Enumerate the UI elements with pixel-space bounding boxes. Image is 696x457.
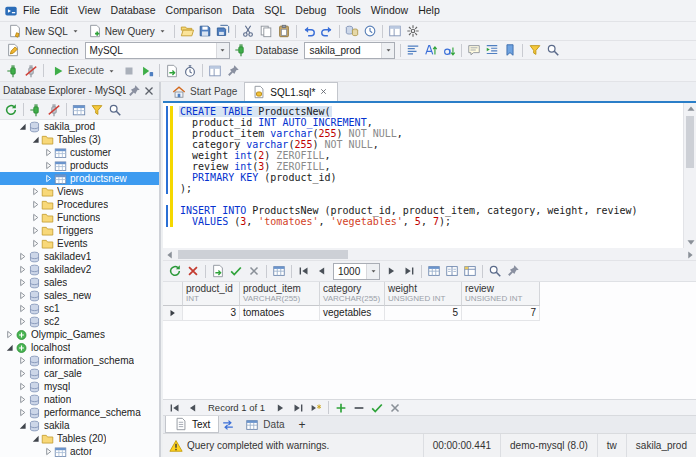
filter-button[interactable]	[526, 42, 544, 59]
collapsed-arrow-icon[interactable]	[17, 395, 27, 405]
expanded-arrow-icon[interactable]	[17, 421, 27, 431]
nav-last-button[interactable]	[400, 263, 418, 280]
tree-item-sakiladev2[interactable]: sakiladev2	[0, 263, 159, 276]
collapsed-arrow-icon[interactable]	[17, 304, 27, 314]
menu-view[interactable]: View	[73, 0, 106, 21]
tree-item-triggers[interactable]: Triggers	[0, 224, 159, 237]
scroll-right-button[interactable]	[683, 248, 696, 261]
menu-edit[interactable]: Edit	[45, 0, 73, 21]
vertical-scrollbar-thumb[interactable]	[686, 116, 694, 168]
tree-item-information-schema[interactable]: information_schema	[0, 354, 159, 367]
tree-item-olympic-games[interactable]: Olympic_Games	[0, 328, 159, 341]
text-view-tab[interactable]: Text	[165, 416, 219, 433]
execute-button[interactable]: Execute	[47, 62, 120, 79]
window-layout-button[interactable]	[386, 23, 404, 40]
undo-button[interactable]	[300, 23, 318, 40]
tree-item-productsnew[interactable]: productsnew	[0, 172, 159, 185]
collapsed-arrow-icon[interactable]	[30, 213, 40, 223]
debug-button[interactable]	[138, 62, 156, 79]
scroll-left-button[interactable]	[163, 248, 176, 261]
pin-button[interactable]	[224, 62, 242, 79]
tab-close-icon[interactable]	[319, 87, 330, 98]
editor-line[interactable]: VALUES (3, 'tomatoes', 'vegetables', 5, …	[163, 216, 682, 227]
expanded-arrow-icon[interactable]	[30, 135, 40, 145]
edit-doc-button[interactable]	[4, 42, 22, 59]
paste-button[interactable]	[275, 23, 293, 40]
grid-row[interactable]: 3tomatoesvegetables57	[163, 306, 696, 321]
page-size-combobox[interactable]: 1000	[333, 263, 380, 280]
minus-button[interactable]	[350, 401, 368, 415]
connect-button[interactable]	[232, 42, 250, 59]
collapsed-arrow-icon[interactable]	[30, 200, 40, 210]
tree-item-sakiladev1[interactable]: sakiladev1	[0, 250, 159, 263]
collapsed-arrow-icon[interactable]	[30, 226, 40, 236]
menu-sql[interactable]: SQL	[259, 0, 290, 21]
cancel-button[interactable]	[386, 401, 404, 415]
search-button[interactable]	[106, 101, 124, 118]
collapsed-arrow-icon[interactable]	[30, 187, 40, 197]
grid-blue-button[interactable]	[270, 263, 288, 280]
collapsed-arrow-icon[interactable]	[17, 382, 27, 392]
grid-cell[interactable]: 5	[385, 306, 462, 321]
collapsed-arrow-icon[interactable]	[17, 369, 27, 379]
menu-file[interactable]: File	[18, 0, 45, 21]
collapsed-arrow-icon[interactable]	[17, 356, 27, 366]
collapsed-arrow-icon[interactable]	[43, 161, 53, 171]
nav-first-button[interactable]	[166, 401, 184, 415]
data-view-tab[interactable]: Data	[237, 416, 292, 433]
search-button[interactable]	[544, 42, 562, 59]
column-header-weight[interactable]: weightUNSIGNED INT	[385, 282, 462, 306]
scroll-down-button[interactable]	[684, 236, 696, 248]
tree-item-nation[interactable]: nation	[0, 393, 159, 406]
database-combo-caret[interactable]	[381, 43, 394, 58]
menu-help[interactable]: Help	[413, 0, 445, 21]
format-sql-button[interactable]	[404, 42, 422, 59]
menu-tools[interactable]: Tools	[331, 0, 366, 21]
grid-cell[interactable]: 3	[183, 306, 240, 321]
grid-cell[interactable]: tomatoes	[240, 306, 320, 321]
horizontal-scrollbar-thumb[interactable]	[178, 250, 348, 259]
tree-item-mysql[interactable]: mysql	[0, 380, 159, 393]
grid-cell[interactable]: vegetables	[320, 306, 385, 321]
pin-button[interactable]	[504, 263, 522, 280]
grid-blue-button[interactable]	[425, 263, 443, 280]
editor-line[interactable]: CREATE TABLE ProductsNew(	[163, 106, 682, 117]
menu-data[interactable]: Data	[227, 0, 259, 21]
tree-item-actor[interactable]: actor	[0, 445, 159, 457]
tree-item-sc1[interactable]: sc1	[0, 302, 159, 315]
tree-item-sales[interactable]: sales	[0, 276, 159, 289]
export-button[interactable]	[163, 62, 181, 79]
collapsed-arrow-icon[interactable]	[43, 148, 53, 158]
swap-views-button[interactable]	[219, 416, 237, 433]
connect-button[interactable]	[4, 62, 22, 79]
tree-item-events[interactable]: Events	[0, 237, 159, 250]
open-file-button[interactable]	[178, 23, 196, 40]
new-sql-button[interactable]: New SQL	[4, 23, 84, 40]
delete-button[interactable]	[184, 263, 202, 280]
expanded-arrow-icon[interactable]	[30, 434, 40, 444]
refresh-button[interactable]	[166, 263, 184, 280]
collapsed-arrow-icon[interactable]	[4, 330, 14, 340]
disconnect-button[interactable]	[22, 62, 40, 79]
stop-button[interactable]	[120, 62, 138, 79]
column-header-category[interactable]: categoryVARCHAR(255)	[320, 282, 385, 306]
nav-next-button[interactable]	[271, 401, 289, 415]
view-card-button[interactable]	[443, 263, 461, 280]
tree-item-sakila[interactable]: sakila	[0, 419, 159, 432]
query-history-button[interactable]	[361, 23, 379, 40]
editor-line[interactable]: product_item varchar(255) NOT NULL,	[163, 128, 682, 139]
editor-line[interactable]: PRIMARY KEY (product_id)	[163, 172, 682, 183]
commit-check-button[interactable]	[368, 401, 386, 415]
tree-item-performance-schema[interactable]: performance_schema	[0, 406, 159, 419]
filter-button[interactable]	[88, 101, 106, 118]
page-size-caret[interactable]	[366, 264, 379, 279]
document-tab-start-page[interactable]: Start Page	[165, 82, 244, 101]
collapsed-arrow-icon[interactable]	[43, 447, 53, 457]
collapsed-arrow-icon[interactable]	[17, 291, 27, 301]
nav-first-button[interactable]	[295, 263, 313, 280]
connection-combobox[interactable]: MySQL	[85, 42, 230, 59]
database-combobox[interactable]: sakila_prod	[304, 42, 395, 59]
add-view-button[interactable]: +	[292, 416, 311, 433]
editor-line[interactable]: category varchar(255) NOT NULL,	[163, 139, 682, 150]
nav-prev-button[interactable]	[184, 401, 202, 415]
